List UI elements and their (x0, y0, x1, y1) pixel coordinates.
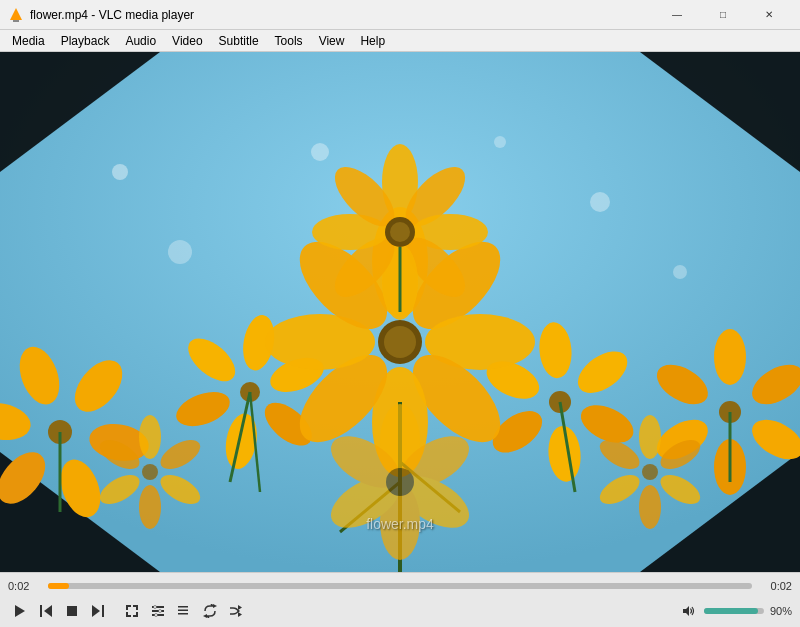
play-button[interactable] (8, 600, 32, 622)
random-button[interactable] (224, 600, 248, 622)
svg-rect-111 (178, 606, 188, 608)
svg-rect-100 (136, 605, 138, 610)
buttons-row: 90% (8, 598, 792, 623)
loop-button[interactable] (198, 600, 222, 622)
fullscreen-icon (125, 604, 139, 618)
svg-rect-94 (67, 606, 77, 616)
svg-marker-117 (238, 612, 242, 617)
svg-rect-98 (126, 605, 128, 610)
menu-audio[interactable]: Audio (117, 32, 164, 50)
svg-point-74 (639, 485, 661, 529)
progress-fill (48, 583, 69, 589)
svg-rect-106 (152, 610, 164, 612)
progress-container: 0:02 0:02 (8, 577, 792, 594)
menu-playback[interactable]: Playback (53, 32, 118, 50)
seek-bar[interactable] (48, 583, 752, 589)
svg-point-15 (714, 329, 746, 385)
svg-point-49 (384, 326, 416, 358)
svg-rect-104 (136, 612, 138, 617)
random-icon (229, 604, 243, 618)
window-controls: — □ ✕ (654, 0, 792, 30)
skip-forward-icon (91, 604, 105, 618)
svg-marker-118 (683, 606, 689, 616)
volume-fill (704, 608, 758, 614)
window-title: flower.mp4 - VLC media player (30, 8, 654, 22)
video-frame (0, 52, 800, 572)
close-button[interactable]: ✕ (746, 0, 792, 30)
svg-point-67 (139, 485, 161, 529)
menu-video[interactable]: Video (164, 32, 210, 50)
extended-button[interactable] (146, 600, 170, 622)
svg-marker-115 (203, 614, 207, 618)
volume-label: 90% (770, 605, 792, 617)
svg-point-70 (142, 464, 158, 480)
video-canvas: flower.mp4 (0, 52, 800, 572)
svg-rect-95 (102, 605, 104, 617)
svg-marker-116 (238, 605, 242, 610)
svg-marker-96 (92, 605, 100, 617)
svg-point-110 (155, 613, 158, 616)
stop-button[interactable] (60, 600, 84, 622)
skip-back-button[interactable] (34, 600, 58, 622)
svg-point-84 (386, 468, 414, 496)
play-icon (13, 604, 27, 618)
svg-point-59 (390, 222, 410, 242)
fullscreen-button[interactable] (120, 600, 144, 622)
svg-point-109 (159, 609, 162, 612)
svg-rect-113 (178, 613, 188, 615)
menu-bar: Media Playback Audio Video Subtitle Tool… (0, 30, 800, 52)
maximize-button[interactable]: □ (700, 0, 746, 30)
title-bar: flower.mp4 - VLC media player — □ ✕ (0, 0, 800, 30)
svg-point-77 (642, 464, 658, 480)
volume-slider[interactable] (704, 608, 764, 614)
svg-rect-107 (152, 614, 164, 616)
svg-point-89 (311, 143, 329, 161)
vlc-icon (8, 7, 24, 23)
menu-view[interactable]: View (311, 32, 353, 50)
menu-tools[interactable]: Tools (267, 32, 311, 50)
volume-icon (681, 604, 695, 618)
time-total: 0:02 (760, 580, 792, 592)
time-elapsed: 0:02 (8, 580, 40, 592)
minimize-button[interactable]: — (654, 0, 700, 30)
loop-icon (203, 604, 217, 618)
svg-point-88 (673, 265, 687, 279)
svg-marker-91 (15, 605, 25, 617)
skip-back-icon (39, 604, 53, 618)
playlist-button[interactable] (172, 600, 196, 622)
video-area[interactable]: flower.mp4 (0, 52, 800, 572)
extended-icon (151, 604, 165, 618)
svg-marker-114 (213, 604, 217, 608)
mute-button[interactable] (676, 600, 700, 622)
svg-point-87 (590, 192, 610, 212)
playlist-icon (177, 604, 191, 618)
svg-point-71 (639, 415, 661, 459)
svg-point-64 (139, 415, 161, 459)
menu-media[interactable]: Media (4, 32, 53, 50)
svg-rect-92 (40, 605, 42, 617)
svg-rect-1 (13, 20, 19, 22)
menu-help[interactable]: Help (352, 32, 393, 50)
svg-rect-112 (178, 609, 188, 611)
svg-marker-0 (10, 8, 22, 20)
controls-bar: 0:02 0:02 (0, 572, 800, 627)
svg-marker-93 (44, 605, 52, 617)
svg-point-108 (154, 605, 157, 608)
svg-rect-102 (126, 612, 128, 617)
right-controls: 90% (676, 600, 792, 622)
svg-point-85 (112, 164, 128, 180)
left-controls (8, 600, 676, 622)
stop-icon (65, 604, 79, 618)
svg-point-86 (168, 240, 192, 264)
menu-subtitle[interactable]: Subtitle (211, 32, 267, 50)
skip-forward-button[interactable] (86, 600, 110, 622)
svg-point-90 (494, 136, 506, 148)
